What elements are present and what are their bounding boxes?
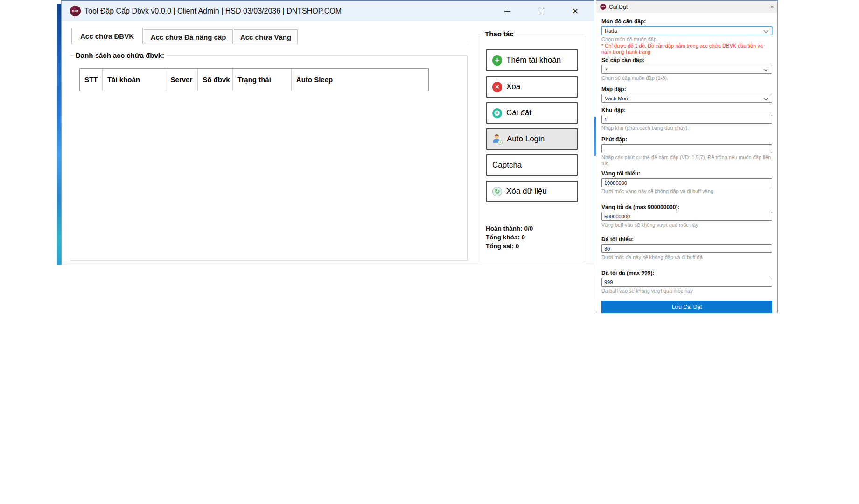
field-label-da-toi-thieu: Đá tối thiểu: [601,236,772,243]
settings-close-icon[interactable]: × [770,4,774,10]
refresh-circle-icon: ↻ [492,187,502,196]
so-cap-value: 7 [605,67,608,72]
so-cap-helper: Chọn số cấp muốn đập (1-8). [601,75,772,81]
map-value: Vách Mori [605,96,628,101]
tab-acc-chua-vang[interactable]: Acc chứa Vàng [234,29,298,44]
stat-completed: Hoàn thành: 0/0 [486,224,533,233]
add-account-button[interactable]: + Thêm tài khoản [486,49,578,71]
minimize-icon [504,11,510,12]
vang-toi-thieu-helper: Dưới mốc vàng này sẽ không đập và đi buf… [601,189,772,195]
desktop-wallpaper-strip [57,4,61,265]
account-table-header: STT Tài khoản Server Số đbvk Trạng thái … [79,68,429,91]
mon-do-helper: Chọn món đồ muốn đập. [601,36,772,42]
user-check-icon: ✓ [492,134,503,144]
column-header-tai-khoan[interactable]: Tài khoản [103,69,166,91]
close-icon: × [573,6,579,16]
tab-acc-chua-dbvk[interactable]: Acc chứa ĐBVK [71,28,143,44]
account-list-groupbox: Danh sách acc chứa đbvk: STT Tài khoản S… [70,55,468,261]
column-header-so-dbvk[interactable]: Số đbvk [198,69,233,91]
mon-do-select[interactable]: Rada [601,26,772,35]
da-toi-da-input[interactable] [601,278,772,287]
stat-locked: Tổng khóa: 0 [486,233,533,242]
stat-wrong: Tổng sai: 0 [486,242,533,251]
dnt-logo-icon: DNT [70,6,81,16]
plus-circle-icon: + [492,55,502,66]
mon-do-warning: * Chỉ được để 1 đồ. Đồ cần đập nằm trong… [601,43,772,55]
field-label-map: Map đập: [601,86,772,92]
settings-button[interactable]: Cài đặt [486,102,578,124]
field-label-vang-toi-da: Vàng tối đa (max 900000000): [601,204,772,210]
gear-circle-icon [492,108,502,118]
field-label-mon-do: Món đồ cần đập: [601,18,772,25]
field-label-da-toi-da: Đá tối đa (max 999): [601,270,772,276]
mon-do-value: Rada [605,28,617,34]
add-account-label: Thêm tài khoản [506,56,561,65]
phut-helper: Nhập các phút cụ thể để bấm đập (VD: 1,5… [601,154,772,167]
khu-helper: Nhập khu (phân cách bằng dấu phẩy). [601,125,772,131]
vang-toi-da-input[interactable] [601,212,772,221]
clear-data-button[interactable]: ↻ Xóa dữ liệu [486,181,578,202]
so-cap-select[interactable]: 7 [601,65,772,74]
tab-acc-chua-da-nang-cap[interactable]: Acc chứa Đá nâng cấp [144,29,233,44]
auto-login-button[interactable]: ✓ Auto Login [486,128,578,150]
da-toi-thieu-input[interactable] [601,244,772,253]
close-button[interactable]: × [567,3,584,20]
actions-groupbox: Thao tác + Thêm tài khoản × Xóa [478,34,585,262]
maximize-button[interactable] [532,3,549,20]
actions-group-label: Thao tác [482,30,516,38]
main-window: DNT Tool Đập Cấp Dbvk v0.0.0 | Client Ad… [61,0,594,265]
clear-data-label: Xóa dữ liệu [506,187,547,196]
dnt-logo-icon: DNT [600,4,606,10]
field-label-so-cap: Số cấp cần đập: [601,57,772,63]
main-window-title: Tool Đập Cấp Dbvk v0.0.0 | Client Admin … [84,1,342,21]
phut-input[interactable] [601,144,772,153]
settings-titlebar[interactable]: DNT Cài Đặt × [596,1,777,13]
field-label-vang-toi-thieu: Vàng tối thiểu: [601,170,772,177]
field-label-phut: Phút đập: [601,136,772,143]
column-header-auto-sleep[interactable]: Auto Sleep [292,69,428,91]
settings-window: DNT Cài Đặt × Món đồ cần đập: Rada Chọn … [596,0,778,313]
column-header-trang-thai[interactable]: Trạng thái [233,69,292,91]
save-settings-button[interactable]: Lưu Cài Đặt [601,301,772,313]
main-titlebar[interactable]: DNT Tool Đập Cấp Dbvk v0.0.0 | Client Ad… [62,1,594,21]
settings-window-title: Cài Đặt [609,4,628,10]
captcha-label: Captcha [492,161,522,170]
field-label-khu: Khu đập: [601,107,772,113]
vang-toi-thieu-input[interactable] [601,178,772,187]
stats-block: Hoàn thành: 0/0 Tổng khóa: 0 Tổng sai: 0 [486,224,533,251]
da-toi-da-helper: Đá buff vào sẽ không vượt quá mốc này [601,288,772,294]
captcha-button[interactable]: Captcha [486,154,578,176]
delete-label: Xóa [506,82,520,91]
maximize-icon [538,8,544,14]
x-circle-icon: × [492,82,502,92]
da-toi-thieu-helper: Dưới mốc đá này sẽ không đập và đi buff … [601,254,772,260]
settings-label: Cài đặt [506,108,531,118]
column-header-server[interactable]: Server [166,69,198,91]
account-list-group-label: Danh sách acc chứa đbvk: [73,51,167,59]
minimize-button[interactable] [499,3,516,20]
vang-toi-da-helper: Vàng buff vào sẽ không vượt quá mốc này [601,222,772,228]
map-select[interactable]: Vách Mori [601,94,772,103]
auto-login-label: Auto Login [507,134,545,144]
delete-button[interactable]: × Xóa [486,76,578,98]
column-header-stt[interactable]: STT [80,69,103,91]
khu-input[interactable] [601,115,772,124]
